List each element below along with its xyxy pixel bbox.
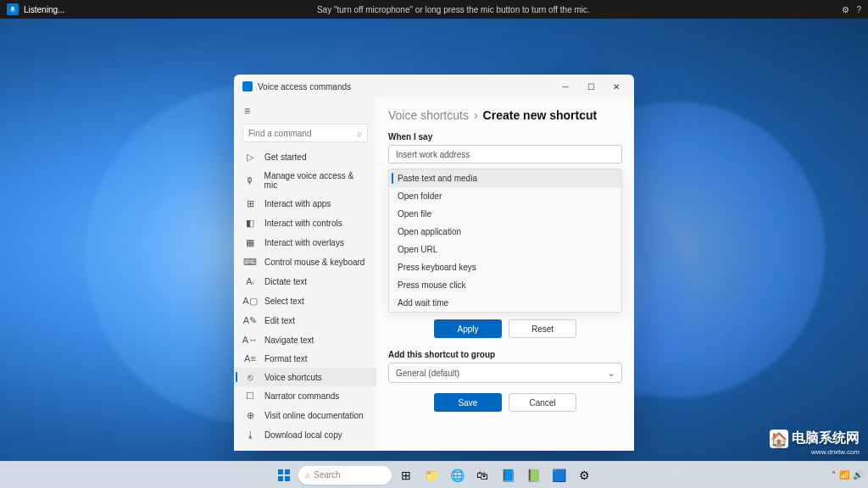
chevron-right-icon: › [474,108,478,122]
when-i-say-label: When I say [388,132,622,141]
app-icon-2[interactable]: 📗 [522,464,544,486]
sidebar-item-13[interactable]: ⊕Visit online documentation [234,406,376,425]
task-view-icon[interactable]: ⊞ [395,464,417,486]
action-option-5[interactable]: Press keyboard keys [389,258,621,276]
nav-icon: 🎙 [244,175,256,186]
voice-commands-window: Voice access commands ─ ☐ ✕ ≡ ⌕ ▷Get sta… [234,75,634,451]
sidebar-item-14[interactable]: ⭳Download local copy [234,425,376,444]
nav-label: Format text [264,354,308,363]
system-tray[interactable]: ˄ 📶 🔊 [832,470,863,480]
settings-icon[interactable]: ⚙ [842,5,849,14]
breadcrumb-parent[interactable]: Voice shortcuts [388,108,469,122]
nav-icon: Aᵢ [244,276,256,287]
sidebar-item-3[interactable]: ◧Interact with controls [234,214,376,233]
breadcrumb-current: Create new shortcut [483,108,598,122]
nav-icon: ⊕ [244,410,256,421]
nav-label: Manage voice access & mic [264,171,366,190]
sidebar-item-4[interactable]: ▦Interact with overlays [234,233,376,252]
sidebar: ≡ ⌕ ▷Get started🎙Manage voice access & m… [234,98,376,451]
main-panel: Voice shortcuts › Create new shortcut Wh… [376,98,634,451]
nav-label: Interact with apps [264,199,331,208]
nav-icon: ⌨ [244,257,256,268]
svg-rect-4 [285,476,290,481]
close-button[interactable]: ✕ [604,77,629,96]
nav-label: Download local copy [264,430,342,440]
voice-access-bar: Listening... Say "turn off microphone" o… [0,0,868,19]
nav-label: Visit online documentation [264,411,364,420]
sidebar-item-5[interactable]: ⌨Control mouse & keyboard [234,252,376,272]
store-icon[interactable]: 🛍 [471,464,493,486]
sidebar-item-10[interactable]: A≡Format text [234,349,376,368]
action-option-7[interactable]: Add wait time [389,294,621,312]
nav-label: Voice shortcuts [264,373,322,382]
group-select[interactable]: General (default) ⌄ [388,363,622,383]
maximize-button[interactable]: ☐ [578,77,604,96]
action-option-6[interactable]: Press mouse click [389,276,621,294]
search-icon: ⌕ [305,470,310,480]
nav-label: Edit text [264,316,295,325]
breadcrumb: Voice shortcuts › Create new shortcut [388,108,622,122]
sidebar-item-11[interactable]: ⎋Voice shortcuts [234,368,376,386]
sidebar-item-12[interactable]: ☐Narrator commands [234,386,376,406]
voice-status: Listening... [24,5,64,14]
nav-icon: ☐ [244,391,256,402]
svg-rect-1 [278,469,283,474]
sidebar-item-9[interactable]: A↔Navigate text [234,330,376,349]
minimize-button[interactable]: ─ [553,77,578,96]
sidebar-item-6[interactable]: AᵢDictate text [234,272,376,291]
mic-icon[interactable] [7,3,19,15]
reset-button[interactable]: Reset [509,319,576,338]
watermark: 🏠电脑系统网 www.dnxtw.com [770,430,860,456]
action-option-0[interactable]: Paste text and media [389,169,621,187]
taskbar-search[interactable]: ⌕Search [298,466,392,485]
nav-icon: A≡ [244,353,256,363]
save-button[interactable]: Save [434,393,502,412]
action-option-4[interactable]: Open URL [389,241,621,258]
svg-rect-3 [278,476,283,481]
nav-icon: ◧ [244,218,256,229]
app-icon [242,81,253,92]
window-title: Voice access commands [258,82,553,92]
start-button[interactable] [273,464,295,486]
edge-icon[interactable]: 🌐 [446,464,468,486]
nav-label: Navigate text [264,336,314,345]
sidebar-item-1[interactable]: 🎙Manage voice access & mic [234,167,376,194]
nav-icon: ⊞ [244,198,256,209]
chevron-up-icon[interactable]: ˄ [832,470,836,480]
action-option-1[interactable]: Open folder [389,187,621,205]
action-option-3[interactable]: Open application [389,223,621,241]
app-icon-3[interactable]: 🟦 [548,464,570,486]
nav-icon: A↔ [244,335,256,345]
search-input[interactable]: ⌕ [242,124,368,142]
sidebar-item-7[interactable]: A▢Select text [234,291,376,311]
hamburger-icon[interactable]: ≡ [234,102,376,120]
sidebar-item-2[interactable]: ⊞Interact with apps [234,194,376,214]
nav-label: Interact with overlays [264,238,344,247]
nav-label: Narrator commands [264,391,339,401]
volume-icon[interactable]: 🔊 [853,470,863,480]
sidebar-item-8[interactable]: A✎Edit text [234,311,376,330]
nav-label: Control mouse & keyboard [264,258,364,267]
nav-icon: A▢ [244,296,256,307]
explorer-icon[interactable]: 📁 [420,464,442,486]
search-icon: ⌕ [357,129,362,138]
nav-icon: ⭳ [244,430,256,440]
help-icon[interactable]: ? [856,5,861,14]
voice-hint: Say "turn off microphone" or long press … [64,5,842,14]
nav-label: Interact with controls [264,219,342,228]
titlebar[interactable]: Voice access commands ─ ☐ ✕ [234,75,634,98]
action-option-2[interactable]: Open file [389,205,621,223]
nav-label: Get started [264,152,306,162]
apply-button[interactable]: Apply [434,319,502,338]
cancel-button[interactable]: Cancel [509,393,576,412]
wifi-icon[interactable]: 📶 [839,470,849,480]
nav-icon: ⎋ [244,372,256,382]
app-icon-1[interactable]: 📘 [497,464,519,486]
app-icon-4[interactable]: ⚙ [573,464,595,486]
phrase-input[interactable]: Insert work address [388,145,622,164]
nav-label: Dictate text [264,277,307,286]
sidebar-item-0[interactable]: ▷Get started [234,147,376,167]
action-dropdown: Paste text and mediaOpen folderOpen file… [388,169,622,313]
svg-rect-0 [11,7,14,10]
nav-icon: A✎ [244,315,256,326]
